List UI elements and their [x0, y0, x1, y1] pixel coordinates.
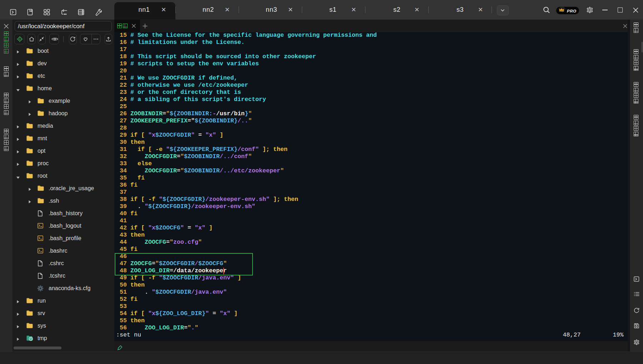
svg-text:PRO: PRO — [567, 9, 576, 13]
